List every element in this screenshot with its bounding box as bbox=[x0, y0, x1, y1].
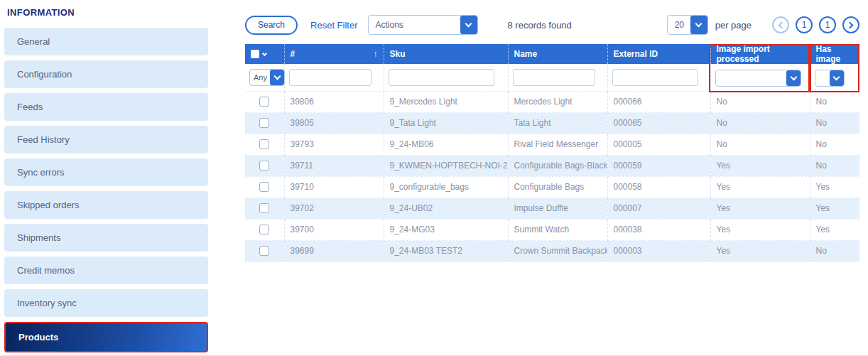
sidebar-item-products[interactable]: Products bbox=[4, 322, 208, 352]
table-row: 39806 9_Mercedes Light Mercedes Light 00… bbox=[245, 91, 859, 112]
cell-name: Summit Watch bbox=[508, 219, 607, 240]
column-header-id[interactable]: # ↑ bbox=[284, 44, 384, 64]
filter-name-input[interactable] bbox=[513, 69, 596, 86]
chevron-right-icon bbox=[847, 21, 854, 28]
select-all-header[interactable] bbox=[245, 44, 284, 64]
column-header-has-image[interactable]: Has image bbox=[810, 44, 859, 64]
row-checkbox[interactable] bbox=[259, 182, 269, 192]
sidebar: INFORMATION General Configuration Feeds … bbox=[0, 0, 213, 355]
sidebar-item-credit-memos[interactable]: Credit memos bbox=[4, 257, 208, 284]
cell-name: Configurable Bags-Black bbox=[508, 155, 607, 176]
mass-select-filter[interactable]: Any bbox=[249, 69, 285, 86]
filter-external-id-input[interactable] bbox=[612, 69, 698, 86]
sidebar-item-general[interactable]: General bbox=[4, 28, 208, 55]
cell-id: 39806 bbox=[284, 91, 384, 112]
column-header-name[interactable]: Name bbox=[508, 44, 607, 64]
filter-has-image-select[interactable] bbox=[815, 70, 845, 87]
table-row: 39805 9_Tata Light Tata Light 000065 No … bbox=[245, 112, 859, 134]
cell-image-import-processed: No bbox=[710, 91, 810, 112]
sidebar-item-label: Sync errors bbox=[17, 167, 64, 178]
cell-id: 39710 bbox=[284, 176, 384, 198]
cell-image-import-processed: Yes bbox=[710, 176, 810, 198]
cell-sku: 9_24-MB06 bbox=[384, 134, 508, 155]
cell-image-import-processed: Yes bbox=[710, 198, 810, 219]
cell-id: 39711 bbox=[284, 155, 384, 176]
cell-external-id: 000058 bbox=[607, 176, 710, 198]
per-page-select[interactable]: 20 bbox=[667, 15, 708, 35]
sidebar-item-label: Credit memos bbox=[17, 265, 75, 276]
filter-id-input[interactable] bbox=[289, 69, 372, 86]
cell-name: Tata Light bbox=[508, 112, 607, 134]
cell-id: 39702 bbox=[284, 198, 384, 219]
pagination-prev-button[interactable] bbox=[772, 16, 789, 33]
table-row: 39711 9_KWMEN-HOPTBECH-NOI-24-1 Configur… bbox=[245, 155, 859, 176]
cell-sku: 9_configurable_bags bbox=[384, 176, 508, 198]
table-row: 39699 9_24-MB03 TEST2 Crown Summit Backp… bbox=[245, 240, 859, 261]
pagination-current-page[interactable]: 1 bbox=[796, 16, 813, 33]
per-page-label: per page bbox=[715, 20, 752, 31]
sidebar-item-skipped-orders[interactable]: Skipped orders bbox=[4, 191, 208, 219]
cell-name: Rival Field Messenger bbox=[508, 134, 607, 155]
sidebar-item-inventory-sync[interactable]: Inventory sync bbox=[4, 289, 208, 317]
column-header-image-import-processed[interactable]: Image import processed bbox=[710, 44, 810, 64]
reset-filter-link[interactable]: Reset Filter bbox=[310, 20, 357, 31]
cell-has-image: Yes bbox=[810, 176, 859, 198]
records-found-text: 8 records found bbox=[508, 20, 572, 31]
sidebar-title: INFORMATION bbox=[7, 7, 213, 18]
cell-name: Mercedes Light bbox=[508, 91, 607, 112]
table-row: 39710 9_configurable_bags Configurable B… bbox=[245, 176, 859, 198]
filter-image-import-select[interactable] bbox=[715, 70, 802, 87]
row-checkbox[interactable] bbox=[259, 203, 269, 213]
pagination-next-button[interactable] bbox=[842, 16, 859, 33]
column-header-sku[interactable]: Sku bbox=[384, 44, 508, 64]
cell-external-id: 000059 bbox=[607, 155, 710, 176]
sidebar-item-label: Feed History bbox=[17, 134, 70, 145]
row-checkbox[interactable] bbox=[259, 225, 269, 234]
cell-name: Configurable Bags bbox=[508, 176, 607, 198]
actions-select[interactable]: Actions bbox=[368, 15, 478, 35]
sidebar-item-configuration[interactable]: Configuration bbox=[4, 60, 208, 88]
sidebar-item-label: Skipped orders bbox=[17, 200, 79, 210]
search-button[interactable]: Search bbox=[245, 16, 298, 35]
cell-has-image: No bbox=[810, 134, 859, 155]
cell-sku: 9_24-MB03 TEST2 bbox=[384, 240, 508, 261]
chevron-left-icon bbox=[779, 21, 786, 28]
cell-image-import-processed: No bbox=[710, 112, 810, 134]
column-header-external-id[interactable]: External ID bbox=[607, 44, 710, 64]
cell-name: Crown Summit Backpack bbox=[508, 240, 607, 261]
pagination-group: 20 per page 1 1 bbox=[667, 15, 859, 35]
cell-has-image: No bbox=[810, 112, 859, 134]
cell-image-import-processed: Yes bbox=[710, 155, 810, 176]
cell-sku: 9_24-MG03 bbox=[384, 219, 508, 240]
main-content: Search Reset Filter Actions 8 records fo… bbox=[213, 0, 868, 355]
cell-external-id: 000005 bbox=[607, 134, 710, 155]
row-checkbox[interactable] bbox=[259, 246, 269, 256]
row-checkbox[interactable] bbox=[259, 97, 269, 107]
row-checkbox[interactable] bbox=[259, 139, 269, 149]
cell-sku: 9_Tata Light bbox=[384, 112, 508, 134]
sidebar-item-label: Configuration bbox=[17, 69, 72, 80]
grid-toolbar: Search Reset Filter Actions 8 records fo… bbox=[245, 14, 859, 36]
sidebar-item-feed-history[interactable]: Feed History bbox=[4, 126, 208, 153]
per-page-value: 20 bbox=[668, 20, 690, 30]
sidebar-item-sync-errors[interactable]: Sync errors bbox=[4, 158, 208, 186]
cell-external-id: 000066 bbox=[607, 91, 710, 112]
filter-sku-input[interactable] bbox=[389, 69, 494, 86]
cell-external-id: 000003 bbox=[607, 240, 710, 261]
cell-has-image: Yes bbox=[810, 219, 859, 240]
sidebar-item-label: Inventory sync bbox=[17, 298, 77, 308]
row-checkbox[interactable] bbox=[259, 118, 269, 128]
pagination-total-pages[interactable]: 1 bbox=[819, 16, 836, 33]
cell-has-image: No bbox=[810, 91, 859, 112]
grid-header-row: # ↑ Sku Name External ID Image import pr… bbox=[245, 44, 859, 64]
sidebar-item-shipments[interactable]: Shipments bbox=[4, 224, 208, 252]
cell-id: 39700 bbox=[284, 219, 384, 240]
cell-name: Impulse Duffle bbox=[508, 198, 607, 219]
select-all-checkbox[interactable] bbox=[251, 50, 259, 58]
cell-image-import-processed: Yes bbox=[710, 219, 810, 240]
row-checkbox[interactable] bbox=[259, 161, 269, 171]
sidebar-item-feeds[interactable]: Feeds bbox=[4, 93, 208, 121]
sidebar-item-label: General bbox=[17, 36, 50, 47]
actions-select-value: Actions bbox=[369, 20, 411, 30]
table-row: 39702 9_24-UB02 Impulse Duffle 000007 Ye… bbox=[245, 198, 859, 219]
